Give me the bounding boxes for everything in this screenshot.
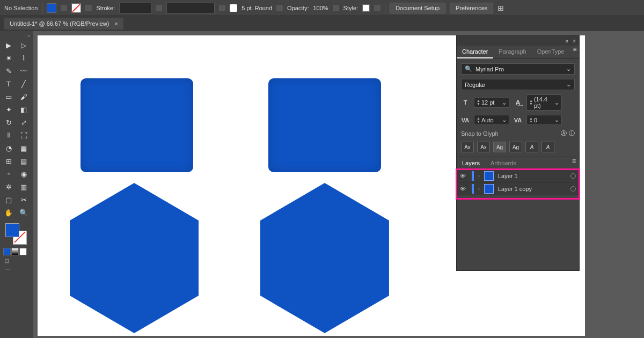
eraser-tool[interactable]: ◧: [16, 103, 31, 116]
layer-name[interactable]: Layer 1: [498, 173, 566, 179]
panel-menu-icon[interactable]: ≡: [569, 46, 580, 58]
font-style-input[interactable]: Regular ⌄: [461, 79, 575, 90]
line-tool[interactable]: ╱: [16, 77, 31, 90]
tab-character[interactable]: Character: [457, 46, 493, 58]
glyph-btn-3[interactable]: Ag: [493, 142, 506, 152]
glyph-btn-4[interactable]: Ag: [509, 142, 522, 152]
target-icon[interactable]: [570, 186, 576, 192]
expand-arrow-icon[interactable]: ›: [478, 186, 480, 192]
glyph-info-icon[interactable]: Ⓐ: [561, 129, 567, 137]
style-swatch[interactable]: [362, 4, 370, 12]
tracking-input[interactable]: ▲▼0⌄: [526, 115, 562, 125]
hand-tool[interactable]: ✋: [1, 206, 16, 219]
search-icon: 🔍: [465, 65, 472, 72]
layer-name[interactable]: Layer 1 copy: [498, 186, 566, 192]
symbol-sprayer-tool[interactable]: ✲: [1, 180, 16, 193]
document-setup-button[interactable]: Document Setup: [390, 3, 445, 13]
zoom-tool[interactable]: 🔍: [16, 206, 31, 219]
glyph-btn-2[interactable]: Ax: [477, 142, 490, 152]
gradient-tool[interactable]: ▤: [16, 155, 31, 167]
glyph-btn-6[interactable]: A: [541, 142, 554, 152]
opacity-dd[interactable]: [333, 5, 339, 11]
paintbrush-tool[interactable]: 🖌: [16, 90, 31, 103]
style-label: Style:: [343, 5, 358, 11]
expand-arrow-icon[interactable]: ›: [478, 173, 480, 179]
slice-tool[interactable]: ✂: [16, 193, 31, 206]
lasso-tool[interactable]: ⌇: [16, 52, 31, 64]
type-tool[interactable]: T: [1, 77, 16, 90]
preferences-button[interactable]: Preferences: [450, 3, 493, 13]
toolbox-collapse[interactable]: «: [1, 33, 32, 39]
magic-wand-tool[interactable]: ✷: [1, 52, 16, 64]
glyph-btn-5[interactable]: A: [525, 142, 538, 152]
perspective-tool[interactable]: ▦: [16, 142, 31, 155]
layer-row[interactable]: 👁 › Layer 1 copy: [457, 182, 579, 195]
direct-selection-tool[interactable]: ▷: [16, 39, 31, 52]
free-transform-tool[interactable]: ⛶: [16, 129, 31, 142]
width-tool[interactable]: ⫴: [1, 129, 16, 142]
brush-label: 5 pt. Round: [241, 5, 272, 11]
fill-color[interactable]: [5, 223, 19, 237]
visibility-toggle[interactable]: 👁: [460, 186, 467, 192]
align-icon[interactable]: ⊞: [497, 4, 506, 12]
tab-close-icon[interactable]: ×: [114, 20, 118, 27]
shape-builder-tool[interactable]: ◔: [1, 142, 16, 155]
target-icon[interactable]: [570, 173, 576, 179]
layer-color: [472, 171, 474, 181]
artboard-tool[interactable]: ▢: [1, 193, 16, 206]
hexagon-shape[interactable]: [70, 183, 199, 333]
color-mode-row: [3, 248, 32, 255]
font-size-icon: T: [461, 99, 470, 106]
leading-input[interactable]: ▲▼(14.4 pt)⌄: [526, 94, 562, 111]
edit-toolbar[interactable]: ⋯: [4, 267, 32, 274]
gradient-mode[interactable]: [11, 248, 19, 255]
font-size-input[interactable]: ▲▼12 pt⌄: [474, 98, 509, 108]
fill-stroke-control[interactable]: [5, 223, 27, 245]
info-icon[interactable]: ⓘ: [569, 129, 575, 137]
pen-tool[interactable]: ✎: [1, 64, 16, 77]
scale-tool[interactable]: ⤢: [16, 116, 31, 129]
glyph-btn-1[interactable]: Ax: [461, 142, 474, 152]
tab-layers[interactable]: Layers: [457, 157, 485, 169]
document-tab[interactable]: Untitled-1* @ 66.67 % (RGB/Preview) ×: [4, 18, 123, 30]
fill-swatch[interactable]: [47, 3, 56, 13]
tab-paragraph[interactable]: Paragraph: [493, 46, 531, 58]
rectangle-tool[interactable]: ▭: [1, 90, 16, 103]
collapse-icon[interactable]: «: [566, 38, 569, 44]
layer-row[interactable]: 👁 › Layer 1: [457, 170, 579, 182]
font-family-input[interactable]: 🔍 Myriad Pro ⌄: [461, 63, 575, 75]
curvature-tool[interactable]: 〰: [16, 64, 31, 77]
divider: [42, 3, 42, 13]
stroke-weight-dd[interactable]: [156, 5, 162, 11]
tab-artboards[interactable]: Artboards: [485, 157, 522, 169]
column-graph-tool[interactable]: ▥: [16, 180, 31, 193]
tracking-icon: VA: [514, 117, 522, 123]
style-dd[interactable]: [374, 5, 380, 11]
selection-tool[interactable]: ▶: [1, 39, 16, 52]
stroke-profile-dd[interactable]: [219, 5, 225, 11]
stroke-profile[interactable]: [166, 3, 215, 13]
tab-opentype[interactable]: OpenType: [532, 46, 570, 58]
mesh-tool[interactable]: ⊞: [1, 155, 16, 167]
color-mode[interactable]: [3, 248, 11, 255]
hexagon-shape[interactable]: [260, 183, 389, 333]
opacity-value[interactable]: 100%: [313, 5, 328, 11]
rounded-rectangle-shape[interactable]: [80, 78, 193, 172]
rotate-tool[interactable]: ↻: [1, 116, 16, 129]
brush-dd[interactable]: [276, 5, 283, 11]
stroke-dropdown[interactable]: [85, 5, 92, 11]
none-mode[interactable]: [19, 248, 27, 255]
rounded-rectangle-shape[interactable]: [268, 78, 381, 172]
brush-preview[interactable]: [230, 4, 237, 12]
stroke-swatch[interactable]: [71, 3, 81, 13]
screen-mode[interactable]: ⊡: [4, 258, 32, 264]
close-icon[interactable]: ×: [573, 38, 576, 44]
visibility-toggle[interactable]: 👁: [460, 173, 467, 179]
kerning-input[interactable]: ▲▼Auto⌄: [474, 115, 509, 125]
blend-tool[interactable]: ◉: [16, 167, 31, 180]
shaper-tool[interactable]: ✦: [1, 103, 16, 116]
stroke-weight-input[interactable]: [119, 3, 151, 13]
layers-menu-icon[interactable]: ≡: [569, 157, 579, 169]
eyedropper-tool[interactable]: ⁃: [1, 167, 16, 180]
fill-dropdown[interactable]: [61, 5, 67, 11]
